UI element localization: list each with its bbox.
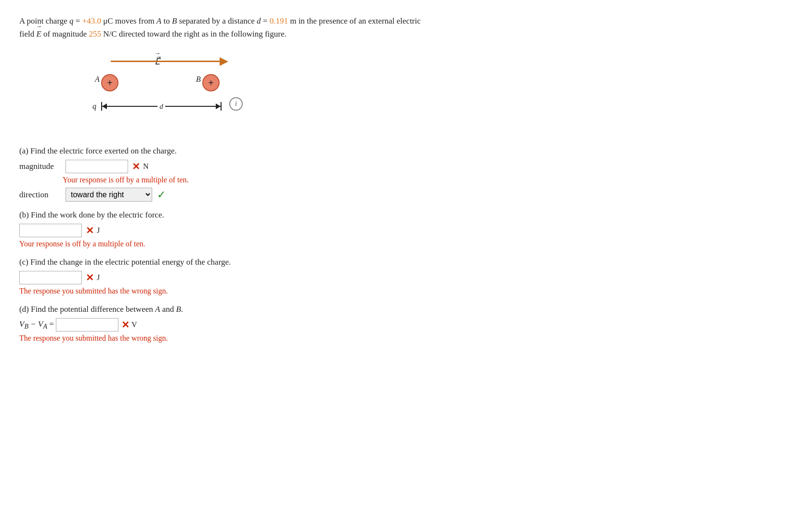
part-b-label: (b) Find the work done by the electric f… — [19, 210, 793, 220]
d-arrow-left — [102, 103, 107, 109]
E-mag-text: of magnitude — [41, 29, 89, 38]
part-c-unit: J — [97, 273, 100, 282]
field-text: field — [19, 29, 36, 38]
magnitude-label: magnitude — [19, 162, 63, 171]
q-figure-label: q — [92, 102, 96, 111]
part-b-unit: J — [97, 226, 100, 235]
d-figure-label: d — [157, 102, 165, 111]
distance-line: d — [101, 102, 222, 111]
A-variable: A — [157, 16, 161, 26]
direction-select[interactable]: toward the right toward the left — [65, 188, 152, 202]
charge-B-circle: + — [202, 74, 220, 91]
part-d-input[interactable] — [56, 318, 118, 332]
part-d-A-var: A — [155, 305, 160, 314]
part-a-direction-row: direction toward the right toward the le… — [19, 188, 793, 202]
q-value: +43.0 — [82, 16, 101, 26]
q-unit: μC moves from — [101, 16, 157, 26]
charge-B-label: B — [196, 75, 201, 84]
d-unit: m in the presence of an external electri… — [288, 16, 421, 26]
direction-label: direction — [19, 190, 63, 200]
B-variable: B — [172, 16, 177, 26]
part-d: (d) Find the potential difference betwee… — [19, 305, 793, 343]
part-b: (b) Find the work done by the electric f… — [19, 210, 793, 249]
part-a: (a) Find the electric force exerted on t… — [19, 146, 793, 202]
part-c-answer-row: ✕ J — [19, 271, 793, 284]
part-d-B-var: B — [176, 305, 181, 314]
part-d-label: (d) Find the potential difference betwee… — [19, 305, 793, 314]
part-b-answer-row: ✕ J — [19, 224, 793, 237]
part-c-x-icon: ✕ — [86, 272, 94, 283]
E-value: 255 — [89, 29, 101, 38]
E-field-arrow-line — [111, 61, 222, 62]
E-field-label: → E⃗ — [154, 50, 160, 67]
magnitude-x-icon: ✕ — [132, 161, 140, 172]
A-subscript: A — [43, 322, 47, 330]
d-variable: d — [257, 16, 261, 26]
info-icon[interactable]: i — [229, 97, 243, 111]
E-field-arrow-head — [220, 57, 228, 66]
d-equals: = — [261, 16, 270, 26]
E-unit-text: N/C directed toward the right as in the … — [101, 29, 287, 38]
part-c-error: The response you submitted has the wrong… — [19, 287, 168, 295]
d-value: 0.191 — [270, 16, 288, 26]
part-b-input[interactable] — [19, 224, 82, 237]
part-c-label: (c) Find the change in the electric pote… — [19, 257, 793, 267]
part-c-input[interactable] — [19, 271, 82, 284]
magnitude-unit: N — [143, 162, 149, 171]
part-d-equation: VB − VA = — [19, 319, 54, 331]
d-tick-right — [221, 102, 222, 111]
part-a-magnitude-row: magnitude ✕ N — [19, 160, 793, 173]
part-d-error: The response you submitted has the wrong… — [19, 334, 168, 342]
part-a-label: (a) Find the electric force exerted on t… — [19, 146, 793, 156]
part-d-unit: V — [131, 320, 137, 329]
direction-check-icon: ✓ — [157, 189, 166, 201]
d-arrow-right — [216, 103, 221, 109]
part-b-error: Your response is off by a multiple of te… — [19, 240, 145, 248]
magnitude-error: Your response is off by a multiple of te… — [63, 176, 189, 184]
part-c: (c) Find the change in the electric pote… — [19, 257, 793, 296]
B-subscript: B — [24, 322, 28, 330]
charge-A-label: A — [95, 75, 100, 84]
E-vec-symbol: E — [36, 27, 41, 40]
figure: → E⃗ A B + + q d i — [82, 50, 260, 137]
to-text: to — [161, 16, 172, 26]
d-line: d — [102, 106, 221, 107]
problem-statement: A point charge q = +43.0 μC moves from A… — [19, 14, 793, 40]
q-variable: q — [69, 16, 74, 26]
part-b-x-icon: ✕ — [86, 225, 94, 236]
sep-text: separated by a distance — [177, 16, 257, 26]
part-d-x-icon: ✕ — [121, 319, 130, 331]
problem-text-before-q: A point charge — [19, 16, 69, 26]
q-equals: = — [74, 16, 82, 26]
magnitude-input[interactable] — [65, 160, 128, 173]
part-d-answer-row: VB − VA = ✕ V — [19, 318, 793, 332]
charge-A-circle: + — [101, 74, 118, 91]
